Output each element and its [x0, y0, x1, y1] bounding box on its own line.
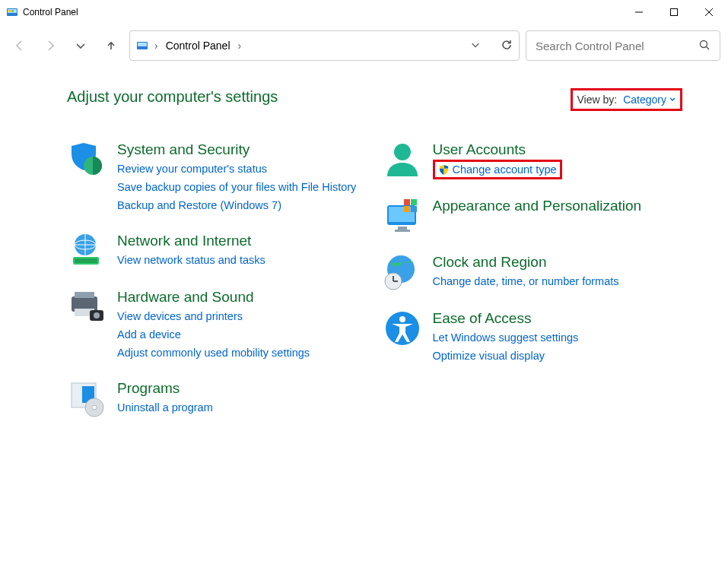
link-system-security[interactable]: System and Security: [117, 140, 367, 160]
chevron-right-icon[interactable]: ›: [238, 40, 242, 52]
svg-rect-2: [8, 10, 11, 12]
category-appearance-personalization: Appearance and Personalization: [383, 196, 683, 236]
svg-rect-16: [75, 258, 97, 263]
link-mobility-settings[interactable]: Adjust commonly used mobility settings: [117, 344, 367, 362]
category-ease-of-access: Ease of Access Let Windows suggest setti…: [383, 309, 683, 365]
link-backup-restore[interactable]: Backup and Restore (Windows 7): [117, 196, 367, 214]
address-bar[interactable]: › Control Panel ›: [129, 30, 520, 61]
globe-network-icon: [67, 231, 106, 271]
svg-rect-3: [11, 10, 14, 12]
address-dropdown-button[interactable]: [470, 40, 481, 52]
svg-point-21: [94, 312, 100, 319]
link-user-accounts[interactable]: User Accounts: [433, 140, 683, 160]
category-hardware-sound: Hardware and Sound View devices and prin…: [67, 287, 367, 362]
link-change-date-formats[interactable]: Change date, time, or number formats: [433, 272, 683, 290]
svg-rect-9: [138, 43, 147, 46]
link-ease-of-access[interactable]: Ease of Access: [433, 309, 683, 328]
svg-point-25: [92, 405, 97, 410]
left-column: System and Security Review your computer…: [67, 140, 367, 435]
printer-camera-icon: [67, 287, 106, 327]
nav-row: › Control Panel ›: [0, 24, 728, 67]
up-button[interactable]: [99, 33, 123, 58]
svg-rect-18: [75, 292, 94, 298]
link-file-history[interactable]: Save backup copies of your files with Fi…: [117, 178, 367, 196]
globe-clock-icon: [383, 252, 422, 292]
link-optimize-visual-display[interactable]: Optimize visual display: [433, 347, 683, 365]
svg-point-40: [399, 316, 405, 322]
svg-rect-31: [404, 199, 410, 205]
viewby-dropdown[interactable]: Category: [623, 94, 676, 106]
forward-button[interactable]: [38, 33, 62, 58]
svg-rect-30: [395, 230, 410, 232]
user-icon: [383, 140, 422, 179]
breadcrumb-control-panel[interactable]: Control Panel: [164, 36, 232, 55]
back-button[interactable]: [8, 33, 32, 58]
shield-icon: [67, 140, 106, 179]
category-user-accounts: User Accounts Change account type: [383, 140, 683, 179]
highlight-change-account-type: Change account type: [433, 160, 562, 179]
link-clock-region[interactable]: Clock and Region: [433, 252, 683, 272]
uac-shield-icon: [438, 164, 450, 176]
monitor-appearance-icon: [383, 196, 422, 236]
content-area: Adjust your computer's settings View by:…: [0, 67, 728, 435]
link-add-device[interactable]: Add a device: [117, 325, 367, 344]
search-box[interactable]: [526, 30, 720, 61]
viewby-value-text: Category: [623, 94, 666, 106]
refresh-button[interactable]: [501, 39, 513, 53]
link-network-status[interactable]: View network status and tasks: [117, 251, 367, 269]
chevron-down-icon: [669, 97, 676, 103]
app-icon: [6, 6, 18, 18]
programs-disc-icon: [67, 379, 106, 418]
link-appearance-personalization[interactable]: Appearance and Personalization: [433, 196, 683, 216]
svg-rect-34: [411, 206, 417, 212]
category-programs: Programs Uninstall a program: [67, 379, 367, 418]
accessibility-icon: [383, 309, 422, 348]
recent-locations-button[interactable]: [68, 33, 93, 58]
category-clock-region: Clock and Region Change date, time, or n…: [383, 252, 683, 292]
search-icon[interactable]: [698, 39, 711, 53]
link-network-internet[interactable]: Network and Internet: [117, 231, 367, 251]
search-input[interactable]: [536, 40, 698, 52]
svg-rect-32: [411, 199, 417, 205]
window-title: Control Panel: [23, 7, 78, 17]
link-view-devices[interactable]: View devices and printers: [117, 307, 367, 325]
link-change-account-type[interactable]: Change account type: [453, 163, 557, 176]
svg-point-26: [394, 144, 411, 160]
control-panel-icon: [136, 40, 148, 52]
viewby-label: View by:: [577, 94, 618, 106]
category-system-security: System and Security Review your computer…: [67, 140, 367, 214]
svg-rect-28: [389, 207, 415, 222]
chevron-right-icon[interactable]: ›: [154, 40, 158, 52]
viewby-control[interactable]: View by: Category: [571, 88, 682, 111]
minimize-button[interactable]: [622, 1, 656, 24]
svg-rect-33: [404, 206, 410, 212]
category-network-internet: Network and Internet View network status…: [67, 231, 367, 271]
link-windows-suggest-settings[interactable]: Let Windows suggest settings: [433, 328, 683, 347]
svg-rect-29: [398, 227, 407, 230]
svg-point-10: [701, 40, 707, 47]
maximize-button[interactable]: [656, 1, 691, 24]
title-bar: Control Panel: [0, 0, 728, 24]
link-programs[interactable]: Programs: [117, 379, 367, 398]
link-review-status[interactable]: Review your computer's status: [117, 160, 367, 178]
right-column: User Accounts Change account type Appear…: [383, 140, 683, 435]
close-button[interactable]: [691, 1, 726, 24]
page-heading: Adjust your computer's settings: [67, 88, 278, 106]
svg-rect-5: [671, 9, 678, 16]
link-uninstall-program[interactable]: Uninstall a program: [117, 398, 367, 417]
svg-line-11: [707, 46, 710, 49]
link-hardware-sound[interactable]: Hardware and Sound: [117, 287, 367, 307]
